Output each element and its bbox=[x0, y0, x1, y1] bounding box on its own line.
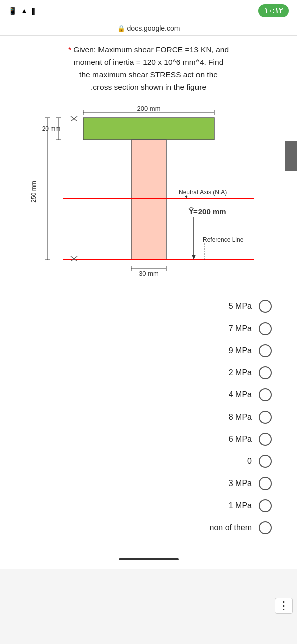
lock-icon: 🔒 bbox=[117, 25, 125, 32]
option-radio-opt11[interactable] bbox=[259, 521, 272, 534]
svg-rect-12 bbox=[83, 118, 214, 140]
question-line3: the maximum shear STRESS act on the bbox=[10, 69, 287, 82]
question-line1: Given: Maximum shear FORCE =13 KN, and bbox=[73, 45, 229, 54]
option-label-opt7: 6 MPa bbox=[212, 435, 252, 444]
svg-text:Reference Line: Reference Line bbox=[203, 236, 244, 244]
option-radio-opt4[interactable] bbox=[259, 366, 272, 379]
status-time: ١٠:١٢ bbox=[258, 4, 289, 17]
side-panel-tab[interactable] bbox=[285, 141, 297, 171]
option-row: non of them bbox=[25, 521, 272, 534]
option-radio-opt8[interactable] bbox=[259, 455, 272, 468]
question-star: * bbox=[68, 45, 71, 54]
svg-text:20 mm: 20 mm bbox=[42, 125, 60, 132]
option-label-opt8: 0 bbox=[212, 457, 252, 466]
svg-marker-25 bbox=[192, 255, 196, 260]
option-radio-opt5[interactable] bbox=[259, 388, 272, 401]
option-radio-opt3[interactable] bbox=[259, 344, 272, 357]
svg-text:Ȳ=200 mm: Ȳ=200 mm bbox=[188, 207, 226, 216]
question-line4: .cross section shown in the figure bbox=[10, 81, 287, 94]
svg-text:Neutral Axis (N.A): Neutral Axis (N.A) bbox=[179, 189, 227, 196]
option-row: 6 MPa bbox=[25, 433, 272, 446]
svg-text:30 mm: 30 mm bbox=[139, 270, 159, 277]
diagram-container: 200 mm 20 mm 250 mm bbox=[10, 104, 287, 285]
option-radio-opt6[interactable] bbox=[259, 411, 272, 424]
option-row: 2 MPa bbox=[25, 366, 272, 379]
main-content: * Given: Maximum shear FORCE =13 KN, and… bbox=[0, 36, 297, 569]
option-label-opt4: 2 MPa bbox=[212, 368, 252, 377]
option-radio-opt2[interactable] bbox=[259, 322, 272, 335]
option-label-opt3: 9 MPa bbox=[212, 346, 252, 355]
option-row: 9 MPa bbox=[25, 344, 272, 357]
options-container: 5 MPa7 MPa9 MPa2 MPa4 MPa8 MPa6 MPa03 MP… bbox=[10, 295, 287, 548]
more-button[interactable]: ⋮ bbox=[275, 598, 293, 614]
option-row: 3 MPa bbox=[25, 477, 272, 490]
option-row: 0 bbox=[25, 455, 272, 468]
svg-text:250 mm: 250 mm bbox=[30, 181, 37, 203]
address-bar: 🔒 docs.google.com bbox=[0, 21, 297, 36]
svg-rect-13 bbox=[131, 140, 166, 260]
option-label-opt1: 5 MPa bbox=[212, 302, 252, 311]
option-radio-opt10[interactable] bbox=[259, 499, 272, 512]
option-row: 8 MPa bbox=[25, 411, 272, 424]
question-line2: moment of inertia = 120 x 10^6 mm^4. Fin… bbox=[10, 56, 287, 69]
option-label-opt5: 4 MPa bbox=[212, 390, 252, 399]
option-label-opt9: 3 MPa bbox=[212, 479, 252, 488]
option-label-opt6: 8 MPa bbox=[212, 413, 252, 422]
option-row: 5 MPa bbox=[25, 300, 272, 313]
svg-text:200 mm: 200 mm bbox=[137, 105, 160, 112]
option-row: 7 MPa bbox=[25, 322, 272, 335]
option-label-opt10: 1 MPa bbox=[212, 501, 252, 510]
option-label-opt11: non of them bbox=[210, 523, 252, 532]
wifi-icon: ▲ bbox=[21, 7, 28, 15]
option-radio-opt7[interactable] bbox=[259, 433, 272, 446]
option-row: 1 MPa bbox=[25, 499, 272, 512]
option-radio-opt1[interactable] bbox=[259, 300, 272, 313]
url-text: docs.google.com bbox=[127, 24, 180, 32]
option-row: 4 MPa bbox=[25, 388, 272, 401]
question-text: * Given: Maximum shear FORCE =13 KN, and… bbox=[10, 44, 287, 94]
status-bar: 📱 ▲ ||| ١٠:١٢ bbox=[0, 0, 297, 21]
signal-icon: ||| bbox=[32, 7, 34, 15]
bottom-bar bbox=[119, 558, 179, 560]
status-left: 📱 ▲ ||| bbox=[8, 7, 34, 15]
option-label-opt2: 7 MPa bbox=[212, 324, 252, 333]
phone-icon: 📱 bbox=[8, 7, 17, 15]
option-radio-opt9[interactable] bbox=[259, 477, 272, 490]
